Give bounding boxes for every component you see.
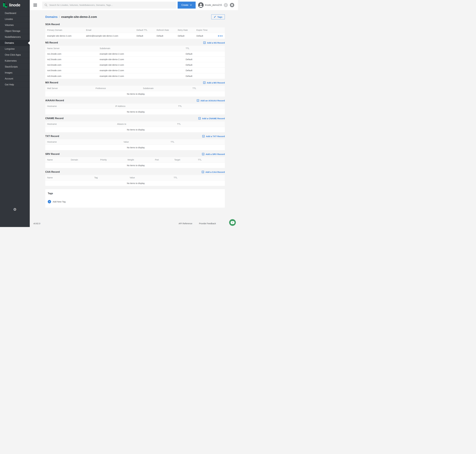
add-mx-record-link[interactable]: Add a MX Record xyxy=(203,82,225,84)
cname-section-header: CNAME Record Add a CNAME Record xyxy=(45,115,225,121)
txt-record-table: Hostname Value TTL No items to display. xyxy=(45,139,225,150)
sidebar-item-account[interactable]: Account xyxy=(0,76,30,82)
column-header: Subdomain xyxy=(100,46,186,51)
plus-box-icon xyxy=(203,82,206,84)
caa-header-row: Name Tag Value TTL xyxy=(45,175,225,180)
txt-section-header: TXT Record Add a TXT Record xyxy=(45,133,225,139)
empty-state-row: No items to display. xyxy=(45,180,225,186)
version-label: v0.82.0 xyxy=(33,222,40,225)
breadcrumb-domains-link[interactable]: Domains xyxy=(45,15,58,19)
page-title: example-site-demo-2.com xyxy=(61,15,97,19)
provide-feedback-link[interactable]: Provide Feedback xyxy=(199,222,216,225)
column-header: Port xyxy=(155,157,174,163)
question-bubble-icon xyxy=(231,221,235,224)
empty-state-row: No items to display. xyxy=(45,163,225,168)
mx-record-table: Mail Server Preference Subdomain TTL No … xyxy=(45,86,225,97)
user-avatar[interactable] xyxy=(198,2,204,8)
empty-state-text: No items to display. xyxy=(45,163,225,168)
ns-ttl: Default xyxy=(186,57,225,62)
ns-name-server: ns1.linode.com xyxy=(45,51,100,57)
sidebar-item-stackscripts[interactable]: StackScripts xyxy=(0,64,30,70)
search-input[interactable] xyxy=(49,4,174,6)
srv-record-table: Name Domain Priority Weight Port Target … xyxy=(45,157,225,168)
sidebar-item-one-click-apps[interactable]: One-Click Apps xyxy=(0,52,30,58)
ns-name-server: ns3.linode.com xyxy=(45,62,100,68)
a-aaaa-record-table: Hostname IP Address TTL No items to disp… xyxy=(45,104,225,114)
plus-box-icon xyxy=(197,99,199,102)
notifications-bell-icon[interactable] xyxy=(230,3,234,7)
caa-record-table: Name Tag Value TTL No items to display. xyxy=(45,175,225,186)
sidebar-item-longview[interactable]: Longview xyxy=(0,46,30,52)
empty-state-row: No items to display. xyxy=(45,127,225,132)
column-header: Expire Time xyxy=(196,27,215,33)
empty-state-text: No items to display. xyxy=(45,109,225,114)
empty-state-text: No items to display. xyxy=(45,145,225,150)
add-txt-record-link[interactable]: Add a TXT Record xyxy=(202,135,225,137)
sidebar-item-domains[interactable]: Domains xyxy=(0,40,30,46)
add-cname-record-label: Add a CNAME Record xyxy=(202,117,225,120)
column-header: Domain xyxy=(71,157,100,163)
domain-detail-page: Domains / example-site-demo-2.com Tags xyxy=(30,10,238,219)
ns-name-server: ns5.linode.com xyxy=(45,73,100,79)
ns-ttl: Default xyxy=(186,73,225,79)
tags-panel: Tags Add New Tag xyxy=(45,189,225,208)
txt-header-row: Hostname Value TTL xyxy=(45,139,225,145)
plus-circle-icon xyxy=(48,200,51,203)
edit-tags-button[interactable]: Tags xyxy=(211,14,225,19)
column-header: Hostname xyxy=(45,121,117,127)
sidebar-item-object-storage[interactable]: Object Storage xyxy=(0,28,30,34)
column-header: IP Address xyxy=(115,104,178,109)
ns-record-row: ns5.linode.com example-site-demo-2.com D… xyxy=(45,73,225,79)
sidebar-item-images[interactable]: Images xyxy=(0,70,30,76)
sidebar-item-nodebalancers[interactable]: NodeBalancers xyxy=(0,34,30,40)
notification-count-badge: 0 xyxy=(224,3,228,7)
ns-record-row: ns2.linode.com example-site-demo-2.com D… xyxy=(45,57,225,62)
sidebar-item-linodes[interactable]: Linodes xyxy=(0,16,30,22)
api-reference-link[interactable]: API Reference xyxy=(179,222,192,225)
sidebar: linode Dashboard Linodes Volumes Object … xyxy=(0,0,30,227)
ns-name-server: ns4.linode.com xyxy=(45,68,100,73)
a-aaaa-section-header: A/AAAA Record Add an A/AAAA Record xyxy=(45,98,225,104)
column-header: Email xyxy=(86,27,137,33)
help-button[interactable] xyxy=(229,219,236,226)
ns-name-server: ns2.linode.com xyxy=(45,57,100,62)
create-button[interactable]: Create xyxy=(178,2,196,8)
soa-primary-domain: example-site-demo-2.com xyxy=(45,33,86,39)
username-label[interactable]: linode_demo215 xyxy=(205,4,222,6)
ns-ttl: Default xyxy=(186,62,225,68)
column-header: Hostname xyxy=(45,139,124,145)
add-a-aaaa-record-link[interactable]: Add an A/AAAA Record xyxy=(197,99,225,102)
empty-state-row: No items to display. xyxy=(45,91,225,97)
menu-hamburger-icon[interactable] xyxy=(33,2,37,8)
linode-logo[interactable]: linode xyxy=(0,0,30,10)
sidebar-item-get-help[interactable]: Get Help xyxy=(0,82,30,88)
settings-gear-icon[interactable] xyxy=(13,208,16,211)
add-srv-record-link[interactable]: Add a SRV Record xyxy=(202,153,225,155)
linode-logo-icon xyxy=(2,2,8,8)
search-icon xyxy=(45,3,48,7)
plus-box-icon xyxy=(202,171,204,173)
add-ns-record-link[interactable]: Add a NS Record xyxy=(203,42,225,44)
column-header: Name xyxy=(45,175,94,180)
ns-header-row: Name Server Subdomain TTL xyxy=(45,46,225,51)
add-cname-record-link[interactable]: Add a CNAME Record xyxy=(198,117,225,120)
row-actions-ellipsis-icon[interactable] xyxy=(214,35,225,37)
breadcrumb: Domains / example-site-demo-2.com xyxy=(45,15,97,19)
column-header: TTL xyxy=(174,175,225,180)
plus-box-icon xyxy=(203,42,206,44)
column-header: Value xyxy=(130,175,174,180)
caa-section-header: CAA Record Add a CAA Record xyxy=(45,169,225,175)
sidebar-item-kubernetes[interactable]: Kubernetes xyxy=(0,58,30,64)
sidebar-item-volumes[interactable]: Volumes xyxy=(0,22,30,28)
linode-logo-text: linode xyxy=(9,3,20,8)
pencil-icon xyxy=(214,16,216,18)
column-header: Preference xyxy=(96,86,143,91)
column-header: Hostname xyxy=(45,104,115,109)
add-new-tag-button[interactable]: Add New Tag xyxy=(48,200,222,203)
sidebar-item-dashboard[interactable]: Dashboard xyxy=(0,10,30,16)
add-caa-record-link[interactable]: Add a CAA Record xyxy=(202,171,225,173)
ns-section-header: NS Record Add a NS Record xyxy=(45,40,225,46)
sidebar-nav: Dashboard Linodes Volumes Object Storage… xyxy=(0,10,30,88)
ns-ttl: Default xyxy=(186,68,225,73)
column-header: TTL xyxy=(171,139,225,145)
